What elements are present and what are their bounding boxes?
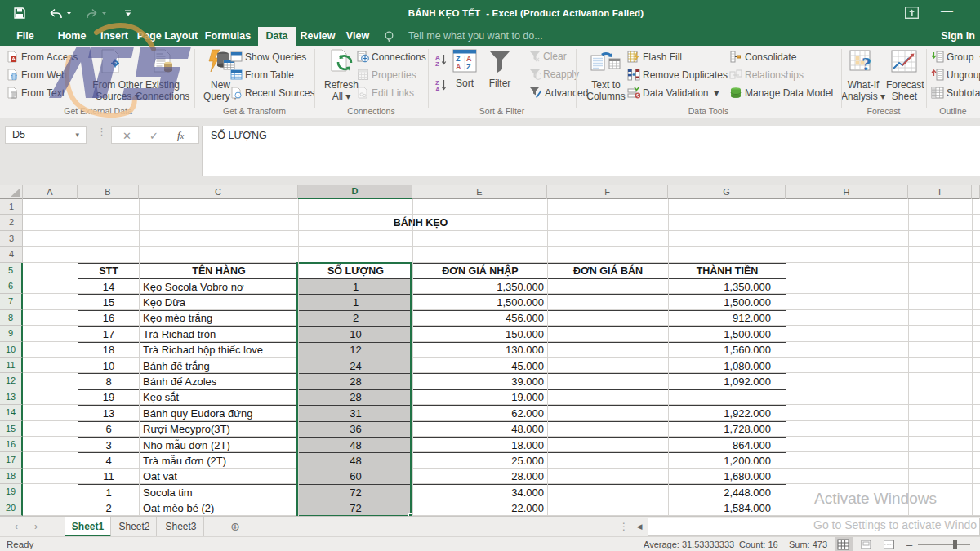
svg-text:A: A (466, 55, 472, 63)
svg-text:A: A (435, 86, 440, 92)
svg-text:Z: Z (456, 55, 461, 63)
svg-text:Z: Z (435, 60, 439, 67)
svg-text:Z: Z (466, 63, 471, 71)
svg-text:A: A (456, 63, 461, 71)
svg-text:?: ? (862, 53, 871, 74)
